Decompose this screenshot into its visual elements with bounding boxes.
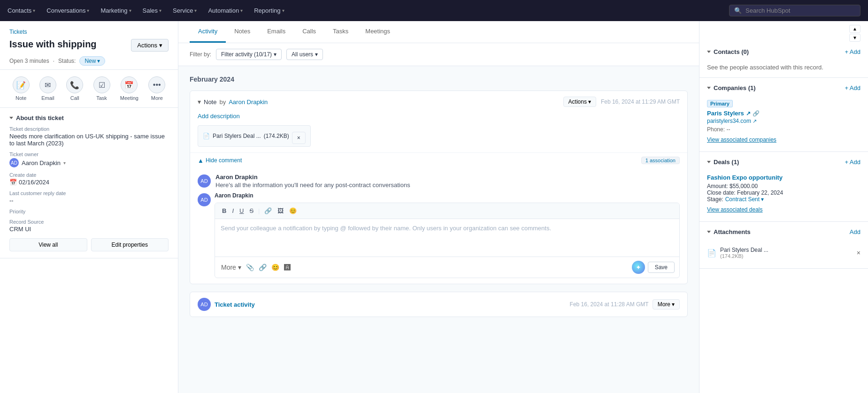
ticket-activity-more-btn[interactable]: More ▾ — [653, 299, 680, 310]
hide-comment-icon: ▲ — [198, 157, 204, 164]
breadcrumb-tickets-link[interactable]: Tickets — [9, 29, 27, 35]
companies-section-body: Primary Paris Stylers ↗ 🔗 paristylers34.… — [699, 98, 868, 151]
more-chevron: ▾ — [238, 264, 241, 271]
nav-chevron-conversations: ▾ — [87, 8, 89, 13]
editor-attachment-btn[interactable]: 📎 — [245, 262, 255, 272]
deal-close-date: Close date: February 22, 2024 — [707, 189, 860, 196]
edit-properties-btn[interactable]: Edit properties — [91, 238, 169, 251]
deals-section-header[interactable]: Deals (1) + Add — [699, 152, 868, 172]
view-all-btn[interactable]: View all — [9, 238, 87, 251]
attachment-list-size: (174.2KB) — [720, 253, 768, 259]
company-name[interactable]: Paris Stylers ↗ 🔗 — [707, 110, 860, 117]
nav-chevron-reporting: ▾ — [282, 8, 284, 13]
attachments-section-header[interactable]: Attachments Add — [699, 222, 868, 242]
association-count-btn[interactable]: 1 association — [641, 157, 680, 164]
note-card-header: ▾ Note by Aaron Drapkin Actions ▾ Feb 16… — [190, 91, 687, 111]
deal-stage-value[interactable]: Contract Sent ▾ — [725, 196, 764, 203]
scroll-down-btn[interactable]: ▼ — [849, 34, 860, 42]
deals-section-body: Fashion Expo opportunity Amount: $55,000… — [699, 172, 868, 221]
contacts-section-header[interactable]: Contacts (0) + Add — [699, 42, 868, 62]
note-actions-button[interactable]: Actions ▾ — [563, 97, 596, 107]
emoji-btn[interactable]: 😊 — [287, 206, 299, 216]
status-badge[interactable]: New ▾ — [79, 56, 105, 66]
search-input[interactable] — [745, 7, 855, 14]
editor-body[interactable]: Send your colleague a notification by ty… — [215, 219, 679, 257]
sidebar-header: Tickets Issue with shipping Actions ▾ Op… — [0, 21, 178, 70]
hide-comment-btn[interactable]: ▲ Hide comment 1 association — [190, 152, 687, 168]
companies-add-btn[interactable]: + Add — [845, 84, 860, 91]
scroll-indicator: ▲ ▼ — [699, 21, 868, 42]
editor-emoji-btn2[interactable]: 😊 — [270, 262, 281, 272]
deals-add-btn[interactable]: + Add — [845, 159, 860, 166]
editor-placeholder: Send your colleague a notification by ty… — [221, 225, 551, 232]
nav-item-marketing[interactable]: Marketing▾ — [100, 7, 131, 14]
editor-format-btn[interactable]: 🅰 — [283, 262, 292, 272]
quick-action-call[interactable]: 📞 Call — [66, 76, 83, 101]
underline-btn[interactable]: U — [237, 206, 246, 216]
nav-item-service[interactable]: Service▾ — [173, 7, 197, 14]
nav-item-reporting[interactable]: Reporting▾ — [254, 7, 284, 14]
about-section-header[interactable]: About this ticket — [9, 114, 169, 121]
contacts-add-btn[interactable]: + Add — [845, 48, 860, 55]
tab-tasks[interactable]: Tasks — [324, 21, 357, 43]
email-label: Email — [41, 95, 54, 101]
note-author[interactable]: Aaron Drapkin — [229, 98, 268, 106]
deal-name-link[interactable]: Fashion Expo opportunity — [707, 174, 860, 181]
scroll-up-btn[interactable]: ▲ — [849, 25, 860, 33]
actions-button[interactable]: Actions ▾ — [131, 39, 169, 52]
note-expand-icon[interactable]: ▾ — [198, 98, 201, 106]
ticket-activity-title-link[interactable]: Ticket activity — [215, 301, 255, 308]
editor-link-btn[interactable]: 🔗 — [257, 262, 268, 272]
editor-ai-area: ✦ Save — [632, 261, 675, 274]
bold-btn[interactable]: B — [220, 206, 229, 216]
actions-label: Actions — [137, 42, 157, 49]
italic-btn[interactable]: I — [230, 206, 236, 216]
last-reply-field: Last customer reply date -- — [9, 190, 169, 204]
tab-activity[interactable]: Activity — [190, 21, 226, 43]
attachment-list-close-btn[interactable]: × — [857, 249, 860, 257]
quick-action-meeting[interactable]: 📅 Meeting — [120, 76, 138, 101]
record-source-value: CRM UI — [9, 226, 169, 233]
company-url-link[interactable]: paristylers34.com ↗ — [707, 118, 860, 124]
quick-action-note[interactable]: 📝 Note — [13, 76, 30, 101]
ticket-activity-timestamp: Feb 16, 2024 at 11:28 AM GMT — [570, 301, 649, 308]
quick-action-email[interactable]: ✉ Email — [39, 76, 56, 101]
filter-activity-button[interactable]: Filter activity (10/17) ▾ — [216, 49, 282, 60]
all-users-button[interactable]: All users ▾ — [286, 49, 323, 60]
quick-action-task[interactable]: ☑ Task — [93, 76, 110, 101]
companies-section-header[interactable]: Companies (1) + Add — [699, 78, 868, 98]
strikethrough-btn[interactable]: S — [247, 206, 256, 216]
save-button[interactable]: Save — [648, 262, 675, 273]
quick-action-more[interactable]: ••• More — [148, 76, 165, 101]
nav-item-automation[interactable]: Automation▾ — [208, 7, 243, 14]
add-description-link[interactable]: Add description — [198, 111, 680, 121]
stage-chevron: ▾ — [761, 196, 764, 203]
tab-calls[interactable]: Calls — [294, 21, 324, 43]
tab-notes[interactable]: Notes — [226, 21, 259, 43]
link-btn[interactable]: 🔗 — [262, 206, 274, 216]
tab-meetings[interactable]: Meetings — [357, 21, 399, 43]
attachment-close-btn[interactable]: × — [292, 132, 306, 144]
companies-caret-icon — [707, 87, 711, 89]
contacts-section-body: See the people associated with this reco… — [699, 62, 868, 77]
breadcrumb: Tickets — [9, 29, 169, 35]
attachments-add-btn[interactable]: Add — [850, 228, 860, 235]
image-btn[interactable]: 🖼 — [275, 206, 286, 216]
view-associated-companies-link[interactable]: View associated companies — [707, 133, 860, 145]
note-type-label: Note — [204, 98, 216, 106]
main-content: Activity Notes Emails Calls Tasks Meetin… — [178, 21, 699, 393]
about-section-caret — [9, 117, 13, 119]
comment-content: Aaron Drapkin Here's all the information… — [215, 174, 680, 189]
nav-item-conversations[interactable]: Conversations▾ — [46, 7, 89, 14]
attachments-section-title: Attachments — [707, 228, 751, 235]
about-section-title: About this ticket — [16, 114, 64, 121]
view-associated-deals-link[interactable]: View associated deals — [707, 203, 860, 215]
editor-more-btn[interactable]: More ▾ — [220, 262, 243, 272]
nav-item-contacts[interactable]: Contacts▾ — [8, 7, 35, 14]
create-date-value: 📅 02/16/2024 — [9, 179, 169, 186]
nav-item-sales[interactable]: Sales▾ — [143, 7, 162, 14]
tab-emails[interactable]: Emails — [259, 21, 294, 43]
create-date-label: Create date — [9, 172, 169, 178]
open-duration: Open 3 minutes — [9, 58, 49, 64]
ticket-activity-card: AD Ticket activity Feb 16, 2024 at 11:28… — [190, 292, 688, 317]
